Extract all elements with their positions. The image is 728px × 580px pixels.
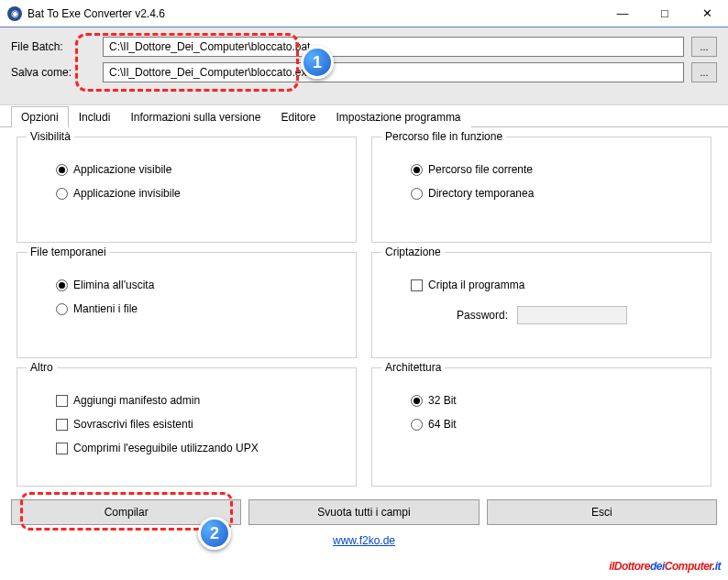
tabs: Opzioni Includi Informazioni sulla versi… <box>0 105 728 127</box>
file-batch-label: File Batch: <box>11 40 95 53</box>
radio-64bit[interactable]: 64 Bit <box>411 418 698 431</box>
radio-current-dir[interactable]: Percorso file corrente <box>411 163 698 176</box>
radio-visible[interactable]: Applicazione visibile <box>56 163 343 176</box>
architecture-legend: Architettura <box>381 361 445 374</box>
other-legend: Altro <box>27 361 57 374</box>
radio-icon <box>411 188 423 200</box>
annotation-badge-1: 1 <box>301 46 334 79</box>
checkbox-icon <box>56 395 68 407</box>
tab-version-info[interactable]: Informazioni sulla versione <box>120 106 270 127</box>
tab-options[interactable]: Opzioni <box>11 106 69 127</box>
checkbox-icon <box>56 443 68 454</box>
radio-icon <box>56 279 68 291</box>
encryption-legend: Criptazione <box>381 246 445 258</box>
radio-invisible[interactable]: Applicazione invisibile <box>56 187 343 200</box>
radio-icon <box>56 303 68 315</box>
tab-includes[interactable]: Includi <box>69 106 121 127</box>
password-input[interactable] <box>517 306 627 324</box>
password-label: Password: <box>457 309 508 322</box>
radio-32bit[interactable]: 32 Bit <box>411 394 698 407</box>
group-workingdir: Percorso file in funzione Percorso file … <box>371 137 711 243</box>
maximize-button[interactable]: □ <box>644 0 686 27</box>
options-panel: Visibilità Applicazione visibile Applica… <box>0 127 728 494</box>
annotation-badge-2: 2 <box>198 517 231 550</box>
check-upx[interactable]: Comprimi l'eseguibile utilizzando UPX <box>56 442 343 454</box>
group-other: Altro Aggiungi manifesto admin Sovrascri… <box>17 367 357 487</box>
exit-button[interactable]: Esci <box>487 499 717 525</box>
tab-editor[interactable]: Editore <box>270 106 325 127</box>
titlebar: ◉ Bat To Exe Converter v2.4.6 — □ ✕ <box>0 0 728 27</box>
group-encryption: Criptazione Cripta il programma Password… <box>371 252 711 358</box>
check-overwrite[interactable]: Sovrascrivi files esistenti <box>56 418 343 431</box>
file-batch-row: File Batch: ... <box>11 37 717 57</box>
visibility-legend: Visibilità <box>27 130 74 143</box>
file-batch-input[interactable] <box>103 37 684 57</box>
password-row: Password: <box>457 306 698 324</box>
checkbox-icon <box>56 419 68 431</box>
save-as-label: Salva come: <box>11 66 95 79</box>
save-as-row: Salva come: ... <box>11 62 717 82</box>
radio-temp-dir[interactable]: Directory temporanea <box>411 187 698 200</box>
check-admin-manifest[interactable]: Aggiungi manifesto admin <box>56 394 343 407</box>
app-icon: ◉ <box>7 6 22 21</box>
group-architecture: Architettura 32 Bit 64 Bit <box>371 367 711 487</box>
footer-link[interactable]: www.f2ko.de <box>0 534 728 547</box>
close-button[interactable]: ✕ <box>686 0 728 27</box>
radio-icon <box>411 395 423 407</box>
browse-batch-button[interactable]: ... <box>691 37 717 57</box>
window-title: Bat To Exe Converter v2.4.6 <box>28 7 601 20</box>
radio-icon <box>411 164 423 176</box>
radio-delete-on-exit[interactable]: Elimina all'uscita <box>56 279 343 291</box>
check-encrypt[interactable]: Cripta il programma <box>411 279 698 291</box>
tab-program-settings[interactable]: Impostazione programma <box>325 106 470 127</box>
browse-saveas-button[interactable]: ... <box>691 62 717 82</box>
checkbox-icon <box>411 279 423 291</box>
group-tempfiles: File temporanei Elimina all'uscita Manti… <box>17 252 357 358</box>
radio-icon <box>56 188 68 200</box>
watermark: ilDottoredeiComputer.it <box>609 555 721 575</box>
minimize-button[interactable]: — <box>601 0 644 27</box>
workingdir-legend: Percorso file in funzione <box>381 130 506 143</box>
tempfiles-legend: File temporanei <box>27 246 110 258</box>
bottom-buttons: Compilar Svuota tutti i campi Esci <box>0 494 728 525</box>
file-panel: File Batch: ... Salva come: ... <box>0 27 728 105</box>
save-as-input[interactable] <box>103 62 684 82</box>
group-visibility: Visibilità Applicazione visibile Applica… <box>17 137 357 243</box>
radio-icon <box>411 419 423 431</box>
clear-button[interactable]: Svuota tutti i campi <box>248 499 479 525</box>
radio-icon <box>56 164 68 176</box>
radio-keep-files[interactable]: Mantieni i file <box>56 302 343 315</box>
